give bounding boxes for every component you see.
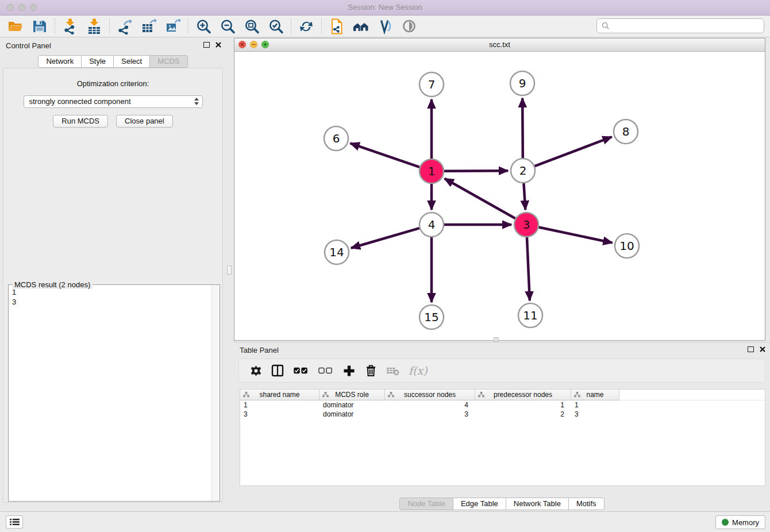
tab-select[interactable]: Select (114, 55, 150, 68)
gear-icon (250, 365, 262, 377)
run-mcds-button[interactable]: Run MCDS (53, 115, 108, 128)
show-all-button[interactable] (397, 17, 421, 36)
table-row[interactable]: 3dominator323 (240, 410, 765, 419)
criterion-value: strongly connected component (29, 97, 131, 106)
hide-selected-button[interactable] (373, 17, 397, 36)
edge-2-8[interactable] (535, 137, 612, 166)
column-header-successor-nodes[interactable]: successor nodes (385, 390, 475, 400)
vertical-splitter[interactable] (226, 38, 234, 504)
tab-node-table[interactable]: Node Table (399, 498, 453, 510)
node-9[interactable]: 9 (510, 71, 534, 95)
export-network-button[interactable] (113, 17, 137, 36)
node-label: 15 (424, 310, 438, 324)
edge-2-3[interactable] (523, 183, 525, 210)
edge-3-10[interactable] (539, 228, 613, 243)
node-3[interactable]: 3 (514, 213, 538, 237)
toolbar-separator (109, 18, 110, 34)
criterion-dropdown[interactable]: strongly connected component (24, 95, 203, 108)
search-input[interactable] (612, 20, 764, 32)
gear-button[interactable] (249, 364, 262, 377)
columns-icon (271, 364, 284, 377)
task-history-button[interactable] (6, 515, 23, 529)
tab-network[interactable]: Network (38, 55, 82, 68)
node-2[interactable]: 2 (511, 159, 535, 183)
cell: 4 (385, 400, 475, 410)
status-bar: Memory (0, 511, 770, 532)
column-header-name[interactable]: name (571, 390, 619, 400)
node-4[interactable]: 4 (419, 213, 444, 237)
columns-button[interactable] (271, 364, 284, 377)
node-11[interactable]: 11 (518, 303, 542, 327)
tab-mcds[interactable]: MCDS (150, 55, 187, 68)
network-canvas[interactable]: 7968124314101511 (234, 51, 765, 340)
unselect-all-button[interactable] (318, 364, 333, 377)
network-view-window: scc.txt 7968124314101511 (234, 38, 765, 341)
edge-1-2[interactable] (444, 171, 508, 171)
cell: 2 (475, 410, 571, 419)
column-header-shared-name[interactable]: shared name (240, 390, 319, 400)
close-table-panel-icon[interactable] (760, 346, 765, 352)
new-network-from-selection-button[interactable] (325, 17, 349, 36)
node-10[interactable]: 10 (615, 234, 639, 258)
table-row[interactable]: 1dominator411 (240, 400, 765, 410)
new-network-from-selection-icon (329, 18, 345, 34)
zoom-selected-button[interactable] (264, 17, 288, 36)
table-panel: Table Panel f(x) shared nameMCDS rolesuc… (234, 342, 770, 511)
tab-edge-table[interactable]: Edge Table (453, 498, 506, 510)
float-table-panel-icon[interactable] (748, 346, 754, 352)
memory-button[interactable]: Memory (715, 515, 765, 529)
edge-3-11[interactable] (527, 237, 530, 300)
main-toolbar (0, 16, 770, 37)
vertical-splitter-grip[interactable] (227, 265, 232, 275)
select-all-button[interactable] (293, 364, 309, 377)
network-window-title: scc.txt (234, 40, 765, 49)
node-8[interactable]: 8 (614, 119, 638, 144)
tab-motifs[interactable]: Motifs (569, 498, 605, 510)
table-toolbar: f(x) (238, 358, 765, 383)
zoom-in-icon (195, 18, 211, 34)
mcds-result-list: 13 (9, 286, 211, 500)
delete-row-button[interactable] (364, 364, 377, 377)
import-network-icon (62, 18, 78, 34)
open-session-button[interactable] (3, 17, 28, 36)
close-panel-icon[interactable] (215, 42, 221, 48)
add-row-button[interactable] (342, 364, 355, 377)
column-header-predecessor-nodes[interactable]: predecessor nodes (475, 390, 571, 400)
import-table-button[interactable] (82, 17, 106, 36)
node-7[interactable]: 7 (419, 72, 444, 97)
edge-3-1[interactable] (445, 179, 515, 218)
node-14[interactable]: 14 (325, 240, 349, 264)
session-title: Session: New Session (0, 3, 770, 11)
export-table-button[interactable] (137, 17, 161, 36)
edge-2-9[interactable] (522, 98, 523, 158)
titlebar: Session: New Session (0, 0, 770, 16)
memory-status-icon (722, 519, 729, 526)
function-builder-icon: f(x) (409, 364, 428, 377)
zoom-fit-button[interactable] (240, 17, 264, 36)
zoom-in-button[interactable] (191, 17, 215, 36)
first-neighbors-button[interactable] (349, 17, 373, 36)
task-list-icon (10, 518, 20, 526)
column-header-MCDS-role[interactable]: MCDS role (319, 390, 385, 400)
edge-1-6[interactable] (351, 143, 420, 167)
first-neighbors-icon (353, 18, 369, 34)
node-label: 1 (428, 164, 436, 178)
result-scrollbar[interactable] (211, 285, 220, 501)
node-label: 3 (523, 218, 530, 232)
network-window-titlebar: scc.txt (234, 38, 765, 52)
float-panel-icon[interactable] (203, 42, 210, 48)
node-label: 2 (519, 164, 527, 178)
zoom-out-button[interactable] (215, 17, 240, 36)
refresh-layout-button[interactable] (294, 17, 318, 36)
edge-4-14[interactable] (351, 228, 419, 248)
save-session-button[interactable] (28, 17, 52, 36)
horizontal-splitter-grip[interactable] (494, 337, 499, 342)
import-network-button[interactable] (58, 17, 82, 36)
close-panel-button[interactable]: Close panel (116, 115, 173, 128)
node-1[interactable]: 1 (419, 159, 444, 183)
export-image-button[interactable] (161, 17, 185, 36)
node-6[interactable]: 6 (324, 126, 348, 151)
tab-style[interactable]: Style (82, 55, 114, 68)
tab-network-table[interactable]: Network Table (506, 498, 569, 510)
node-15[interactable]: 15 (419, 305, 444, 329)
